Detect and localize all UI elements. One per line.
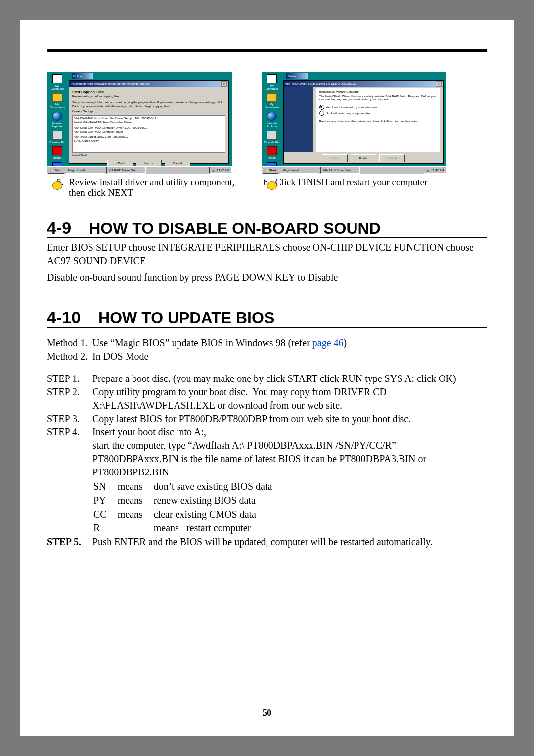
- screenshot-row: My Computer My Documents Internet Explor…: [47, 72, 487, 174]
- flag-code: SN: [93, 480, 117, 493]
- paragraph: Enter BIOS SETUP choose INTEGRATE PERIPH…: [47, 241, 487, 268]
- installshield-brand: InstallShield: [72, 154, 225, 158]
- desktop-icons: My Computer My Documents Internet Explor…: [49, 74, 66, 197]
- label: Connect to the Internet: [49, 191, 66, 197]
- radio-restart-later[interactable]: No, I will restart my computer later.: [319, 111, 437, 116]
- step-label: STEP 1.: [47, 372, 92, 385]
- installer-window: VIA RAID Driver Setup Wizard 1.0 DEMO 20…: [283, 80, 444, 164]
- radio-icon: [319, 105, 324, 110]
- cancel-button: Cancel: [379, 154, 405, 162]
- taskbar: 🪟 Start Magic Install… VIA RAID Driver S…: [47, 166, 232, 174]
- ie-icon: Internet Explorer: [264, 112, 280, 128]
- list-item: RAID Config Utility: [74, 139, 223, 143]
- flag-means: means: [118, 494, 153, 507]
- my-computer-icon: My Computer: [49, 74, 66, 90]
- step-label: STEP 2.: [47, 385, 92, 412]
- tip-text: Remove any disks from their drives, and …: [319, 120, 437, 123]
- list-item: Install VIA ATA/ATAPI Host Controller Dr…: [74, 121, 223, 125]
- section-heading-4-9: 4-9 HOW TO DISABLE ON-BOARD SOUND: [47, 219, 487, 238]
- settings-listbox[interactable]: VIA ATA/ATAPI Host Controller Driver Set…: [72, 115, 225, 153]
- installer-window: Installing item list @Review setting bef…: [69, 80, 229, 164]
- label: Internet Explorer: [49, 122, 66, 128]
- titlebar-text: Installing item list @Review setting bef…: [71, 82, 150, 85]
- description: Setup has enough information to start co…: [72, 101, 225, 109]
- section-heading-4-10: 4-10 HOW TO UPDATE BIOS: [47, 309, 487, 328]
- label: No, I will restart my computer later.: [326, 112, 371, 115]
- button-row: < Back Finish Cancel: [284, 152, 443, 163]
- online-window: Online: [72, 73, 93, 79]
- section-title: HOW TO UPDATE BIOS: [98, 310, 274, 326]
- ie-icon: Internet Explorer: [49, 112, 66, 128]
- list-item: VIA Serial ATA RAID Controller Driver 1.…: [74, 126, 223, 130]
- radio-icon: [319, 111, 324, 116]
- start-button[interactable]: 🪟 Start: [48, 167, 64, 174]
- screenshot-right-column: My Computer My Documents Internet Explor…: [262, 72, 446, 174]
- radio-restart-now[interactable]: Yes, I want to restart my computer now.: [319, 105, 437, 110]
- method-body: Use “Magic BIOS” update BIOS in Windows …: [92, 336, 487, 350]
- page: My Computer My Documents Internet Explor…: [20, 20, 514, 736]
- system-tray[interactable]: 🔊 11:47 PM: [209, 167, 232, 174]
- line: Insert your boot disc into A:,: [92, 425, 487, 439]
- flag-code: CC: [93, 508, 117, 520]
- red-app-icon: install: [264, 146, 280, 159]
- label: My Computer: [264, 84, 280, 90]
- flag-means: means: [118, 480, 153, 493]
- line: start the computer, type “Awdflash A:\ P…: [92, 439, 487, 452]
- subheader: Review settings before copying files: [72, 95, 225, 99]
- flag-desc: clear existing CMOS data: [154, 508, 282, 520]
- description: The InstallShield Wizard has successfull…: [319, 95, 437, 101]
- taskbar-app[interactable]: Magic Install…: [66, 167, 105, 174]
- titlebar: VIA RAID Driver Setup Wizard 1.0 DEMO 20…: [284, 81, 443, 87]
- list-item: VIA Serial ATA RAID Controller driver: [74, 130, 223, 134]
- text: Use “Magic BIOS” update BIOS in Windows …: [92, 337, 312, 348]
- flag-code: PY: [93, 494, 117, 507]
- flag-desc: restart computer: [186, 522, 251, 533]
- connect-icon: Connect to the Internet: [49, 181, 66, 197]
- method-body: In DOS Mode: [92, 350, 487, 363]
- step-label: STEP 5.: [47, 535, 92, 549]
- label: Recycle Bin: [264, 141, 280, 143]
- system-tray[interactable]: 🔊 11:47 PM: [424, 167, 446, 174]
- my-computer-icon: My Computer: [264, 74, 280, 90]
- method-label: Method 2.: [47, 350, 92, 363]
- taskbar-app[interactable]: VIA RAID Driver Setu…: [106, 167, 146, 174]
- step-body: Copy latest BIOS for PT800DB/PT800DBP fr…: [92, 412, 487, 425]
- flag-desc: renew existing BIOS data: [154, 494, 282, 507]
- method-label: Method 1.: [47, 336, 92, 350]
- start-button[interactable]: 🪟 Start: [263, 167, 279, 174]
- label: Start: [269, 169, 276, 172]
- online-window: Online: [286, 73, 308, 79]
- flag-table: SNmeansdon’t save existing BIOS data PYm…: [92, 479, 283, 535]
- page-number: 50: [20, 708, 514, 718]
- caption-text: Review install driver and utility compon…: [67, 175, 254, 198]
- label: install: [53, 156, 61, 159]
- flag-means: means: [154, 522, 179, 533]
- my-docs-icon: My Documents: [49, 93, 66, 109]
- page-link[interactable]: page 46: [312, 337, 344, 348]
- clock: 11:47 PM: [431, 169, 444, 172]
- list-item: VIA ATA/ATAPI Host Controller Driver Set…: [74, 117, 223, 121]
- recycle-bin-icon: Recycle Bin: [264, 131, 280, 143]
- connect-icon: Connect to the Internet: [264, 181, 280, 197]
- label: My Computer: [49, 84, 66, 90]
- label: Internet Explorer: [264, 122, 280, 128]
- my-docs-icon: My Documents: [264, 93, 280, 109]
- top-rule: [47, 49, 487, 52]
- label: My Documents: [264, 103, 280, 109]
- finish-button[interactable]: Finish: [351, 154, 376, 162]
- step-label: STEP 4.: [47, 425, 92, 535]
- back-button: < Back: [322, 154, 348, 162]
- taskbar-app[interactable]: VIA RAID Driver Setu…: [320, 167, 360, 174]
- win98-desktop-left: My Computer My Documents Internet Explor…: [47, 72, 232, 174]
- list-item: VIA RAID Config Utility 1.20 - 2003/06/1…: [74, 135, 223, 139]
- flag-desc: don’t save existing BIOS data: [154, 480, 282, 493]
- close-icon[interactable]: ×: [221, 81, 227, 87]
- red-app-icon: install: [49, 146, 66, 159]
- screenshot-left-column: My Computer My Documents Internet Explor…: [47, 72, 232, 174]
- flag-code: R: [93, 521, 117, 534]
- close-icon[interactable]: ×: [436, 81, 442, 87]
- taskbar-app[interactable]: Magic Install…: [280, 167, 319, 174]
- label: My Documents: [49, 103, 66, 109]
- header: Start Copying Files: [72, 89, 225, 95]
- taskbar: 🪟 Start Magic Install… VIA RAID Driver S…: [262, 166, 446, 174]
